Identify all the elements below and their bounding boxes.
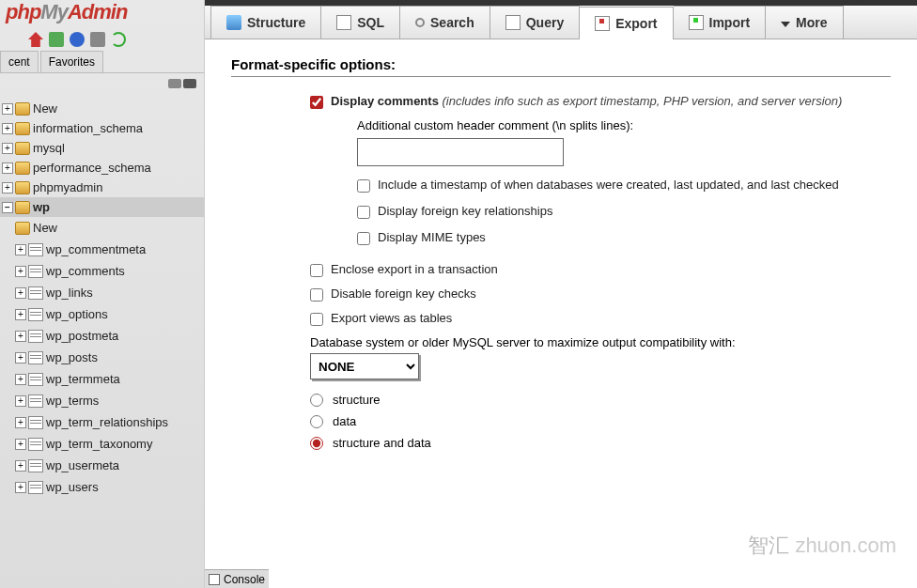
tab-more[interactable]: More	[766, 6, 843, 39]
console-bar[interactable]: Console	[205, 569, 269, 588]
dump-radio-data[interactable]	[310, 415, 323, 428]
logo[interactable]: phpMyAdmin	[0, 0, 204, 28]
expand-icon[interactable]: +	[2, 103, 13, 115]
display-fk-label[interactable]: Display foreign key relationships	[378, 204, 552, 218]
tab-label: Structure	[247, 15, 305, 30]
export-options-panel: Format-specific options: Display comment…	[205, 39, 917, 569]
enclose-transaction-label[interactable]: Enclose export in a transaction	[331, 262, 498, 276]
table-item-wp-termmeta[interactable]: +wp_termmeta	[13, 368, 204, 390]
main-panel: StructureSQLSearchQueryExportImportMore …	[205, 0, 917, 588]
new-table-item[interactable]: New	[13, 217, 204, 239]
tab-import[interactable]: Import	[674, 6, 767, 39]
display-comments-checkbox[interactable]	[310, 96, 323, 109]
export-icon	[595, 16, 610, 31]
console-label: Console	[224, 573, 265, 586]
sidebar-tab-favorites[interactable]: Favorites	[40, 51, 103, 72]
table-label: wp_users	[46, 480, 99, 494]
db-item-mysql[interactable]: +mysql	[0, 138, 204, 158]
table-label: wp_comments	[46, 264, 125, 278]
expand-icon[interactable]: +	[15, 309, 26, 320]
custom-header-input[interactable]	[357, 138, 564, 166]
docs-icon[interactable]	[70, 32, 85, 47]
db-item-information-schema[interactable]: +information_schema	[0, 118, 204, 138]
export-views-checkbox[interactable]	[310, 313, 323, 326]
compat-select[interactable]: NONE	[310, 353, 419, 379]
expand-icon[interactable]: +	[15, 352, 26, 364]
exit-icon[interactable]	[49, 32, 64, 47]
export-views-label[interactable]: Export views as tables	[331, 311, 452, 325]
home-icon[interactable]	[28, 32, 43, 47]
dump-radio-structure-and-data[interactable]	[310, 437, 323, 450]
tree-collapse-controls[interactable]	[0, 73, 204, 95]
search-icon	[415, 18, 425, 27]
expand-icon[interactable]: +	[15, 244, 26, 255]
database-icon	[15, 122, 30, 135]
dump-radio-label[interactable]: structure and data	[333, 436, 431, 450]
tab-search[interactable]: Search	[400, 6, 490, 39]
include-timestamp-checkbox[interactable]	[357, 179, 370, 193]
table-item-wp-commentmeta[interactable]: +wp_commentmeta	[13, 239, 204, 260]
db-item-New[interactable]: +New	[0, 99, 204, 118]
expand-icon[interactable]: +	[15, 287, 26, 299]
include-timestamp-label[interactable]: Include a timestamp of when databases we…	[378, 178, 839, 192]
expand-icon[interactable]: +	[15, 439, 26, 450]
sql-icon	[336, 15, 351, 30]
tab-export[interactable]: Export	[580, 7, 673, 39]
expand-icon[interactable]: +	[15, 482, 26, 493]
expand-icon[interactable]: +	[15, 331, 26, 342]
table-icon	[28, 286, 43, 300]
display-mime-label[interactable]: Display MIME types	[378, 230, 486, 244]
db-item-phpmyadmin[interactable]: +phpmyadmin	[0, 178, 204, 197]
table-icon	[28, 308, 43, 321]
expand-icon[interactable]: +	[2, 123, 13, 134]
expand-icon[interactable]: +	[2, 143, 13, 154]
disable-fk-label[interactable]: Disable foreign key checks	[331, 286, 476, 301]
expand-icon[interactable]: +	[15, 460, 26, 472]
table-item-wp-usermeta[interactable]: +wp_usermeta	[13, 455, 204, 476]
table-label: wp_postmeta	[46, 329, 118, 343]
disable-fk-checkbox[interactable]	[310, 288, 323, 302]
sidebar: phpMyAdmin cent Favorites +New+informati…	[0, 0, 205, 588]
enclose-transaction-checkbox[interactable]	[310, 264, 323, 277]
table-item-wp-comments[interactable]: +wp_comments	[13, 260, 204, 282]
dump-radio-label[interactable]: structure	[333, 393, 381, 407]
dump-radio-label[interactable]: data	[333, 414, 356, 428]
table-label: wp_termmeta	[46, 372, 120, 386]
db-item-wp[interactable]: −wp	[0, 197, 204, 217]
table-item-wp-terms[interactable]: +wp_terms	[13, 390, 204, 411]
tab-label: More	[796, 15, 827, 30]
db-label: information_schema	[33, 121, 143, 135]
table-item-wp-term-relationships[interactable]: +wp_term_relationships	[13, 411, 204, 433]
tab-query[interactable]: Query	[490, 6, 580, 39]
table-item-wp-postmeta[interactable]: +wp_postmeta	[13, 325, 204, 347]
reload-icon[interactable]	[111, 32, 126, 47]
expand-icon[interactable]: +	[2, 182, 13, 193]
sidebar-tab-recent[interactable]: cent	[0, 51, 39, 72]
collapse-icon[interactable]: −	[2, 202, 13, 213]
settings-icon[interactable]	[90, 32, 105, 47]
db-item-performance-schema[interactable]: +performance_schema	[0, 158, 204, 178]
display-mime-checkbox[interactable]	[357, 232, 370, 245]
dump-radio-structure[interactable]	[310, 394, 323, 407]
expand-icon[interactable]: +	[15, 395, 26, 407]
database-icon	[15, 142, 30, 155]
table-icon	[28, 265, 43, 278]
expand-icon[interactable]: +	[15, 266, 26, 277]
structure-icon	[226, 15, 241, 30]
expand-icon[interactable]: +	[15, 417, 26, 428]
database-icon	[15, 102, 30, 116]
display-comments-label[interactable]: Display comments (includes info such as …	[331, 94, 842, 108]
tab-structure[interactable]: Structure	[210, 6, 321, 39]
table-item-wp-links[interactable]: +wp_links	[13, 282, 204, 303]
database-tree: +New+information_schema+mysql+performanc…	[0, 95, 204, 502]
table-item-wp-posts[interactable]: +wp_posts	[13, 347, 204, 368]
section-header: Format-specific options:	[231, 56, 891, 77]
expand-icon[interactable]: +	[15, 374, 26, 385]
display-fk-checkbox[interactable]	[357, 206, 370, 219]
table-item-wp-term-taxonomy[interactable]: +wp_term_taxonomy	[13, 433, 204, 455]
table-item-wp-options[interactable]: +wp_options	[13, 303, 204, 325]
table-label: wp_commentmeta	[46, 242, 146, 256]
tab-sql[interactable]: SQL	[321, 6, 400, 39]
expand-icon[interactable]: +	[2, 162, 13, 174]
table-item-wp-users[interactable]: +wp_users	[13, 476, 204, 498]
